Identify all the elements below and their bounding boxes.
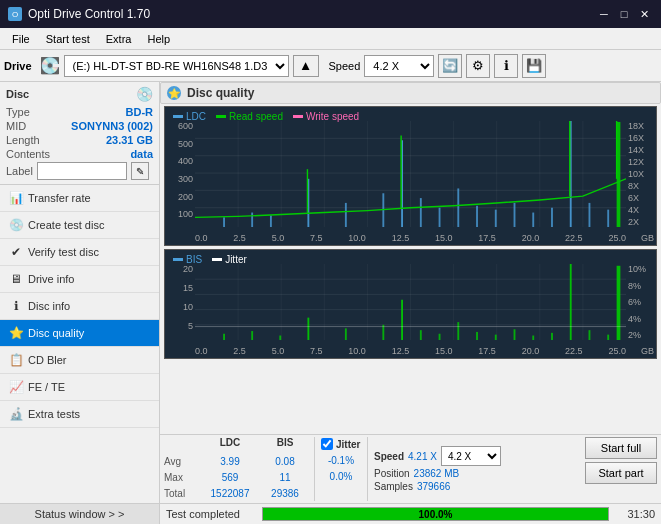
status-window-button[interactable]: Status window > > [0, 503, 159, 524]
svg-rect-57 [420, 330, 422, 340]
disc-mid-row: MID SONYNN3 (002) [6, 120, 153, 132]
nav-item-drive-info[interactable]: 🖥Drive info [0, 266, 159, 293]
disc-label-input[interactable] [37, 162, 127, 180]
speed-stat-label: Speed [374, 451, 404, 462]
svg-rect-63 [532, 336, 534, 340]
nav-item-disc-quality[interactable]: ⭐Disc quality [0, 320, 159, 347]
nav-item-verify-test-disc[interactable]: ✔Verify test disc [0, 239, 159, 266]
disc-label-button[interactable]: ✎ [131, 162, 149, 180]
jitter-label: Jitter [336, 439, 360, 450]
position-label: Position [374, 468, 410, 479]
status-text: Test completed [166, 508, 256, 520]
menu-bar: File Start test Extra Help [0, 28, 661, 50]
content-area: ⭐ Disc quality LDC Read speed [160, 82, 661, 524]
sidebar: Disc 💿 Type BD-R MID SONYNN3 (002) Lengt… [0, 82, 160, 524]
eject-button[interactable]: ▲ [293, 55, 319, 77]
nav-label-5: Disc quality [28, 327, 84, 339]
position-value: 23862 MB [414, 468, 460, 479]
ldc-legend: LDC Read speed Write speed [169, 109, 363, 124]
progress-percent: 100.0% [263, 508, 608, 520]
nav-icon-8: 🔬 [8, 406, 24, 422]
menu-file[interactable]: File [4, 31, 38, 47]
total-jitter-placeholder [321, 484, 361, 500]
close-button[interactable]: ✕ [635, 5, 653, 23]
max-jitter: 0.0% [321, 468, 361, 484]
quality-title: Disc quality [187, 86, 254, 100]
svg-rect-62 [514, 329, 516, 340]
drive-label: Drive [4, 60, 32, 72]
svg-rect-65 [570, 264, 572, 340]
disc-contents-row: Contents data [6, 148, 153, 160]
nav-icon-2: ✔ [8, 244, 24, 260]
total-label: Total [164, 485, 200, 501]
disc-length-row: Length 23.31 GB [6, 134, 153, 146]
start-full-button[interactable]: Start full [585, 437, 657, 459]
ldc-col-header: LDC [200, 437, 260, 453]
app-icon: O [8, 7, 22, 21]
svg-rect-50 [223, 334, 225, 340]
nav-item-extra-tests[interactable]: 🔬Extra tests [0, 401, 159, 428]
drive-select[interactable]: (E:) HL-DT-ST BD-RE WH16NS48 1.D3 [64, 55, 289, 77]
nav-icon-7: 📈 [8, 379, 24, 395]
svg-rect-22 [439, 208, 441, 227]
ldc-legend-ldc: LDC [173, 111, 206, 122]
nav-label-8: Extra tests [28, 408, 80, 420]
speed-stat-select[interactable]: 4.2 X [441, 446, 501, 466]
svg-rect-16 [270, 215, 272, 227]
chart-container: LDC Read speed Write speed 6005004003002… [160, 104, 661, 434]
nav-item-create-test-disc[interactable]: 💿Create test disc [0, 212, 159, 239]
max-bis: 11 [260, 469, 310, 485]
start-buttons: Start full Start part [585, 437, 661, 501]
svg-rect-26 [514, 203, 516, 227]
svg-rect-30 [589, 203, 591, 227]
nav-item-disc-info[interactable]: ℹDisc info [0, 293, 159, 320]
nav-label-3: Drive info [28, 273, 74, 285]
maximize-button[interactable]: □ [615, 5, 633, 23]
minimize-button[interactable]: ─ [595, 5, 613, 23]
nav-label-4: Disc info [28, 300, 70, 312]
svg-rect-54 [345, 328, 347, 340]
svg-rect-68 [617, 266, 621, 340]
svg-rect-14 [223, 217, 225, 227]
jitter-checkbox[interactable] [321, 438, 333, 450]
nav-container: 📊Transfer rate💿Create test disc✔Verify t… [0, 185, 159, 428]
nav-item-transfer-rate[interactable]: 📊Transfer rate [0, 185, 159, 212]
svg-rect-61 [495, 335, 497, 340]
samples-label: Samples [374, 481, 413, 492]
menu-start-test[interactable]: Start test [38, 31, 98, 47]
stats-bottom: LDC BIS Avg 3.99 0.08 Max 569 11 Total 1… [160, 434, 661, 503]
app-title: Opti Drive Control 1.70 [28, 7, 150, 21]
nav-icon-6: 📋 [8, 352, 24, 368]
bis-chart: BIS Jitter 2015105 10%8%6%4%2% [164, 249, 657, 359]
menu-help[interactable]: Help [139, 31, 178, 47]
refresh-button[interactable]: 🔄 [438, 54, 462, 78]
menu-extra[interactable]: Extra [98, 31, 140, 47]
nav-icon-0: 📊 [8, 190, 24, 206]
start-part-button[interactable]: Start part [585, 462, 657, 484]
nav-icon-4: ℹ [8, 298, 24, 314]
bis-legend-bis: BIS [173, 254, 202, 265]
speed-select[interactable]: 4.2 X [364, 55, 434, 77]
speed-stat-value: 4.21 X [408, 451, 437, 462]
nav-item-cd-bler[interactable]: 📋CD Bler [0, 347, 159, 374]
svg-rect-58 [439, 334, 441, 340]
title-bar: O Opti Drive Control 1.70 ─ □ ✕ [0, 0, 661, 28]
nav-icon-5: ⭐ [8, 325, 24, 341]
avg-jitter: -0.1% [321, 452, 361, 468]
nav-label-6: CD Bler [28, 354, 67, 366]
svg-rect-31 [607, 210, 609, 227]
save-button[interactable]: 💾 [522, 54, 546, 78]
info-button[interactable]: ℹ [494, 54, 518, 78]
nav-label-1: Create test disc [28, 219, 104, 231]
svg-rect-15 [251, 213, 253, 227]
quality-icon: ⭐ [167, 86, 181, 100]
settings-button[interactable]: ⚙ [466, 54, 490, 78]
avg-ldc: 3.99 [200, 453, 260, 469]
ldc-legend-write: Write speed [293, 111, 359, 122]
nav-label-0: Transfer rate [28, 192, 91, 204]
svg-rect-55 [382, 325, 384, 340]
nav-item-fe--te[interactable]: 📈FE / TE [0, 374, 159, 401]
svg-rect-52 [279, 336, 281, 340]
ldc-chart-svg [195, 121, 626, 227]
quality-panel-header: ⭐ Disc quality [160, 82, 661, 104]
